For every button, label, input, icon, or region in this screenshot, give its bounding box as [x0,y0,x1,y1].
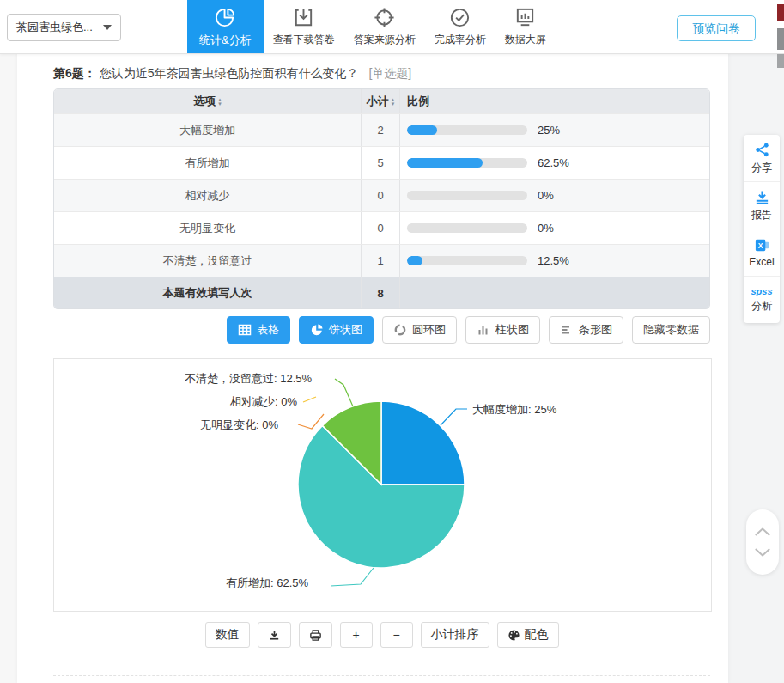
ratio-bar [407,256,527,265]
left-gutter [0,53,17,683]
tab-data-dashboard[interactable]: 数据大屏 [495,0,556,53]
nav-tabs: 统计&分析 查看下载答卷 答案来源分析 完成率分析 数据大屏 [187,0,556,53]
svg-text:X: X [757,241,763,250]
table-row: 相对减少 0 0% [54,179,709,211]
header-ratio: 比例 [400,94,709,109]
pie-leader-line [441,409,467,425]
count-cell: 0 [362,180,400,211]
tab-label: 答案来源分析 [354,33,416,47]
pie-leader-line [298,414,324,429]
spss-analysis-button[interactable]: spss 分析 [744,277,780,323]
tab-completion-rate-analysis[interactable]: 完成率分析 [425,0,495,53]
tab-statistics-analysis[interactable]: 统计&分析 [187,0,264,53]
chevron-down-icon [103,25,112,30]
tab-answer-source-analysis[interactable]: 答案来源分析 [344,0,425,53]
print-chart-button[interactable] [299,622,332,648]
question-stats-card: 第6题： 您认为近5年茶园害虫绿色防控面积有什么变化？ [单选题] 选项▴▾ 小… [17,53,728,683]
count-cell: 1 [362,245,400,277]
survey-selector-label: 茶园害虫绿色... [16,20,93,35]
pie-chart-svg[interactable] [54,359,711,611]
percent-label: 12.5% [538,254,569,267]
excel-export-button[interactable]: X Excel [744,229,780,277]
pie-leader-line [335,379,353,406]
table-row: 大幅度增加 2 25% [54,113,709,146]
spss-label: 分析 [751,299,772,314]
spss-icon: spss [751,286,772,296]
question-type-tag: [单选题] [368,66,411,80]
zoom-in-button[interactable]: + [340,622,373,648]
table-header-row: 选项▴▾ 小计▴▾ 比例 [54,89,709,113]
report-label: 报告 [751,208,772,223]
bar-chart-button[interactable]: 条形图 [549,316,623,344]
header-subtotal[interactable]: 小计▴▾ [362,89,400,113]
percent-label: 25% [538,124,560,137]
color-scheme-button[interactable]: 配色 [497,622,559,648]
donut-icon [393,323,407,337]
question-text: 您认为近5年茶园害虫绿色防控面积有什么变化？ [100,66,359,80]
chart-bottom-toolbar: 数值 + − 小计排序 配色 [53,622,710,648]
table-row: 有所增加 5 62.5% [54,146,709,179]
table-row: 不清楚，没留意过 1 12.5% [54,244,709,277]
pie-label-no-change: 无明显变化: 0% [200,418,278,433]
pie-label-big-increase: 大幅度增加: 25% [472,402,556,418]
check-circle-icon [448,6,471,29]
count-cell: 5 [362,147,400,179]
target-icon [373,6,396,29]
question-scroll-pill [746,509,779,575]
chevron-up-icon[interactable] [753,527,772,537]
excel-label: Excel [749,256,774,268]
pie-icon [310,323,324,337]
column-chart-icon [477,323,490,337]
percent-label: 0% [538,222,554,235]
zoom-out-button[interactable]: − [380,622,413,648]
pie-leader-line [303,397,316,402]
print-icon [309,629,322,642]
scrollbar-thumb[interactable] [777,28,784,50]
download-chart-button[interactable] [258,622,291,648]
ratio-bar [407,158,527,168]
pie-label-decrease: 相对减少: 0% [230,394,297,410]
option-cell: 无明显变化 [54,212,362,244]
sort-icon: ▴▾ [218,97,222,106]
ratio-bar [407,223,527,233]
chevron-down-icon[interactable] [753,547,772,558]
ratio-bar [407,191,527,200]
pie-chart-icon [214,6,237,29]
tab-view-download-answers[interactable]: 查看下载答卷 [264,0,344,53]
header-option[interactable]: 选项▴▾ [54,89,362,113]
pie-chart-button[interactable]: 饼状图 [299,316,374,344]
option-cell: 大幅度增加 [54,114,362,146]
report-button[interactable]: 报告 [744,182,780,229]
hide-zero-data-button[interactable]: 隐藏零数据 [632,316,710,344]
tab-label: 查看下载答卷 [273,33,335,47]
dashboard-icon [514,6,537,29]
palette-icon [507,629,520,642]
download-icon [268,629,281,642]
share-button[interactable]: 分享 [744,135,780,182]
pie-label-unclear: 不清楚，没留意过: 12.5% [185,371,312,387]
stats-table: 选项▴▾ 小计▴▾ 比例 大幅度增加 2 25% 有所增加 5 62.5% 相对… [53,88,710,309]
count-cell: 2 [362,114,400,146]
preview-questionnaire-button[interactable]: 预览问卷 [677,15,756,41]
chart-type-toolbar: 表格 饼状图 圆环图 柱状图 条形图 隐藏零数据 [227,316,710,344]
share-export-sidebar: 分享 报告 X Excel spss 分析 [744,135,780,323]
tab-label: 完成率分析 [435,33,486,47]
subtotal-sort-button[interactable]: 小计排序 [421,622,489,648]
footer-label: 本题有效填写人次 [54,277,362,308]
table-view-button[interactable]: 表格 [227,316,290,344]
table-footer-row: 本题有效填写人次 8 [54,277,709,308]
pie-chart-container: 不清楚，没留意过: 12.5% 相对减少: 0% 无明显变化: 0% 大幅度增加… [53,358,712,612]
edge-red-strip [777,4,784,21]
ratio-bar [407,125,527,135]
show-values-button[interactable]: 数值 [205,622,250,648]
survey-selector-dropdown[interactable]: 茶园害虫绿色... [7,14,121,41]
percent-label: 62.5% [538,156,569,169]
donut-chart-button[interactable]: 圆环图 [382,316,457,344]
table-row: 无明显变化 0 0% [54,211,709,244]
pie-label-increase: 有所增加: 62.5% [226,576,308,591]
column-chart-button[interactable]: 柱状图 [465,316,540,344]
table-icon [238,323,252,337]
download-icon [292,6,315,29]
pie-leader-line [331,568,374,586]
option-cell: 有所增加 [54,147,362,179]
